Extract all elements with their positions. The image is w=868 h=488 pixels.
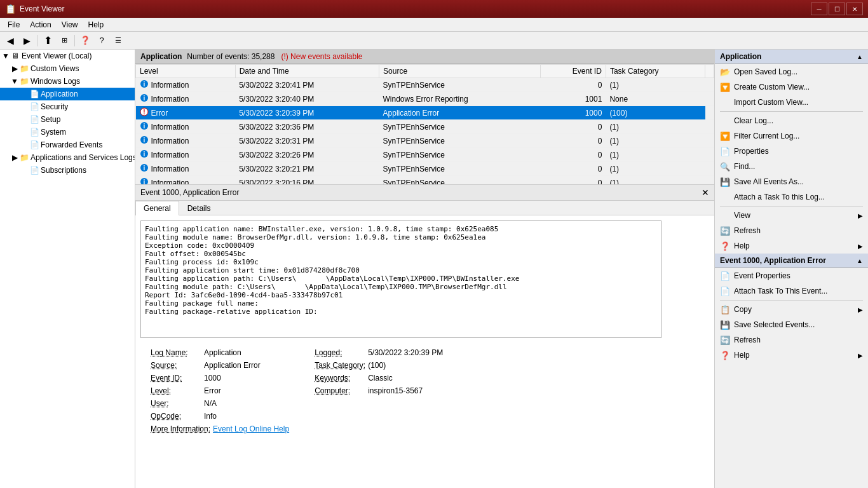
tree-app-expand bbox=[20, 90, 29, 98]
table-row[interactable]: iInformation5/30/2022 3:20:36 PMSynTPEnh… bbox=[136, 120, 714, 134]
table-row[interactable]: iInformation5/30/2022 3:20:40 PMWindows … bbox=[136, 92, 714, 106]
col-datetime[interactable]: Date and Time bbox=[235, 65, 379, 78]
action-create-custom-view[interactable]: 🔽 Create Custom View... bbox=[715, 79, 868, 95]
action-clear-log[interactable]: Clear Log... bbox=[715, 113, 868, 128]
toolbar-forward[interactable]: ▶ bbox=[19, 34, 34, 48]
action-attach-task-label: Attach a Task To this Log... bbox=[734, 193, 825, 201]
action-attach-task[interactable]: Attach a Task To this Log... bbox=[715, 189, 868, 205]
tab-details[interactable]: Details bbox=[179, 201, 219, 215]
tree-windows-logs[interactable]: ▼ 📁 Windows Logs bbox=[0, 75, 135, 88]
actions-app-collapse[interactable]: ▲ bbox=[857, 53, 863, 60]
action-attach-task-event[interactable]: 📄 Attach Task To This Event... bbox=[715, 283, 868, 299]
tree-cv-expand[interactable]: ▶ bbox=[10, 64, 19, 73]
toolbar-scope[interactable]: ☰ bbox=[111, 34, 126, 48]
col-source[interactable]: Source bbox=[379, 65, 541, 78]
tree-wl-expand[interactable]: ▼ bbox=[10, 77, 19, 86]
refresh-event-icon: 🔄 bbox=[720, 335, 730, 345]
cell-source: SynTPEnhService bbox=[379, 176, 541, 186]
tab-general[interactable]: General bbox=[135, 201, 179, 215]
tree-security[interactable]: 📄 Security bbox=[0, 100, 135, 113]
minimize-button[interactable]: ─ bbox=[811, 3, 827, 15]
actions-event-collapse[interactable]: ▲ bbox=[857, 257, 863, 264]
action-create-custom-view-label: Create Custom View... bbox=[734, 83, 810, 92]
tree-root[interactable]: ▼ 🖥 Event Viewer (Local) bbox=[0, 50, 135, 62]
info-icon: i bbox=[140, 177, 149, 185]
action-help-app[interactable]: ❓ Help ▶ bbox=[715, 238, 868, 254]
svg-text:i: i bbox=[143, 95, 145, 102]
action-help-event[interactable]: ❓ Help ▶ bbox=[715, 348, 868, 363]
table-row[interactable]: iInformation5/30/2022 3:20:31 PMSynTPEnh… bbox=[136, 134, 714, 148]
tree-subscriptions[interactable]: 📄 Subscriptions bbox=[0, 164, 135, 177]
tree-system[interactable]: 📄 System bbox=[0, 126, 135, 139]
tree-app-services[interactable]: ▶ 📁 Applications and Services Logs bbox=[0, 151, 135, 164]
toolbar-up[interactable]: ⬆ bbox=[40, 34, 55, 48]
event-text-box[interactable]: Faulting application name: BWInstaller.e… bbox=[140, 220, 661, 338]
properties-icon: 📄 bbox=[720, 146, 730, 156]
create-custom-view-icon: 🔽 bbox=[720, 82, 730, 92]
tree-forwarded[interactable]: 📄 Forwarded Events bbox=[0, 139, 135, 151]
event-detail-close[interactable]: ✕ bbox=[702, 187, 709, 198]
tree-custom-views[interactable]: ▶ 📁 Custom Views bbox=[0, 62, 135, 75]
meta-level-value: Error bbox=[204, 386, 221, 395]
action-filter-current-log[interactable]: 🔽 Filter Current Log... bbox=[715, 128, 868, 144]
table-row[interactable]: !Error5/30/2022 3:20:39 PMApplication Er… bbox=[136, 106, 714, 120]
tree-root-icon: 🖥 bbox=[10, 51, 20, 61]
action-event-properties[interactable]: 📄 Event Properties bbox=[715, 268, 868, 283]
action-save-all-events[interactable]: 💾 Save All Events As... bbox=[715, 174, 868, 189]
cell-category: (1) bbox=[606, 162, 705, 176]
cell-datetime: 5/30/2022 3:20:41 PM bbox=[235, 78, 379, 92]
cell-category: (100) bbox=[606, 106, 705, 120]
toolbar-properties[interactable]: ❓ bbox=[78, 34, 93, 48]
action-copy[interactable]: 📋 Copy ▶ bbox=[715, 302, 868, 317]
tree-root-expand[interactable]: ▼ bbox=[1, 51, 10, 60]
event-meta: Log Name: Application Source: Applicatio… bbox=[140, 338, 709, 438]
tree-setup[interactable]: 📄 Setup bbox=[0, 113, 135, 126]
menu-file[interactable]: File bbox=[3, 19, 25, 30]
cell-eventid: 1001 bbox=[541, 92, 606, 106]
col-level[interactable]: Level bbox=[136, 65, 236, 78]
toolbar-show-hide[interactable]: ⊞ bbox=[57, 34, 72, 48]
tree-sys-icon: 📄 bbox=[29, 127, 39, 137]
menu-help[interactable]: Help bbox=[83, 19, 109, 30]
events-table-container[interactable]: Level Date and Time Source Event ID Task… bbox=[135, 64, 714, 185]
action-view-label: View bbox=[734, 211, 750, 220]
svg-text:i: i bbox=[143, 151, 145, 158]
tree-sec-icon: 📄 bbox=[29, 102, 39, 112]
meta-moreinfo-link[interactable]: Event Log Online Help bbox=[213, 424, 289, 433]
action-save-selected[interactable]: 💾 Save Selected Events... bbox=[715, 317, 868, 332]
tree-fwd-icon: 📄 bbox=[29, 140, 39, 150]
table-row[interactable]: iInformation5/30/2022 3:20:21 PMSynTPEnh… bbox=[136, 162, 714, 176]
info-icon: i bbox=[140, 93, 149, 104]
close-button[interactable]: ✕ bbox=[846, 3, 863, 15]
action-open-saved-log[interactable]: 📂 Open Saved Log... bbox=[715, 64, 868, 79]
menu-view[interactable]: View bbox=[57, 19, 83, 30]
col-category[interactable]: Task Category bbox=[606, 65, 705, 78]
table-row[interactable]: iInformation5/30/2022 3:20:41 PMSynTPEnh… bbox=[136, 78, 714, 92]
tree-application[interactable]: 📄 Application bbox=[0, 88, 135, 100]
toolbar-back[interactable]: ◀ bbox=[3, 34, 18, 48]
toolbar-help[interactable]: ? bbox=[94, 34, 109, 48]
action-refresh-app-label: Refresh bbox=[734, 226, 761, 235]
action-properties[interactable]: 📄 Properties bbox=[715, 144, 868, 159]
table-row[interactable]: iInformation5/30/2022 3:20:16 PMSynTPEnh… bbox=[136, 176, 714, 186]
action-import-custom-view-label: Import Custom View... bbox=[734, 98, 808, 107]
action-refresh-app[interactable]: 🔄 Refresh bbox=[715, 223, 868, 238]
table-row[interactable]: iInformation5/30/2022 3:20:26 PMSynTPEnh… bbox=[136, 148, 714, 162]
action-view[interactable]: View ▶ bbox=[715, 208, 868, 223]
cell-datetime: 5/30/2022 3:20:31 PM bbox=[235, 134, 379, 148]
info-icon: i bbox=[140, 149, 149, 160]
col-eventid[interactable]: Event ID bbox=[541, 65, 606, 78]
menu-action[interactable]: Action bbox=[25, 19, 56, 30]
tree-as-expand[interactable]: ▶ bbox=[10, 153, 19, 162]
app-icon: 📋 bbox=[5, 4, 16, 14]
action-refresh-event[interactable]: 🔄 Refresh bbox=[715, 332, 868, 348]
maximize-button[interactable]: ☐ bbox=[829, 3, 845, 15]
svg-text:i: i bbox=[143, 179, 145, 185]
action-import-custom-view[interactable]: Import Custom View... bbox=[715, 95, 868, 110]
actions-event-header: Event 1000, Application Error ▲ bbox=[715, 254, 868, 268]
tree-cv-label: Custom Views bbox=[31, 64, 79, 73]
meta-logged: Logged: 5/30/2022 3:20:39 PM bbox=[315, 348, 443, 357]
action-event-properties-label: Event Properties bbox=[734, 271, 790, 280]
cell-level-text: Error bbox=[151, 109, 168, 118]
action-find[interactable]: 🔍 Find... bbox=[715, 159, 868, 174]
